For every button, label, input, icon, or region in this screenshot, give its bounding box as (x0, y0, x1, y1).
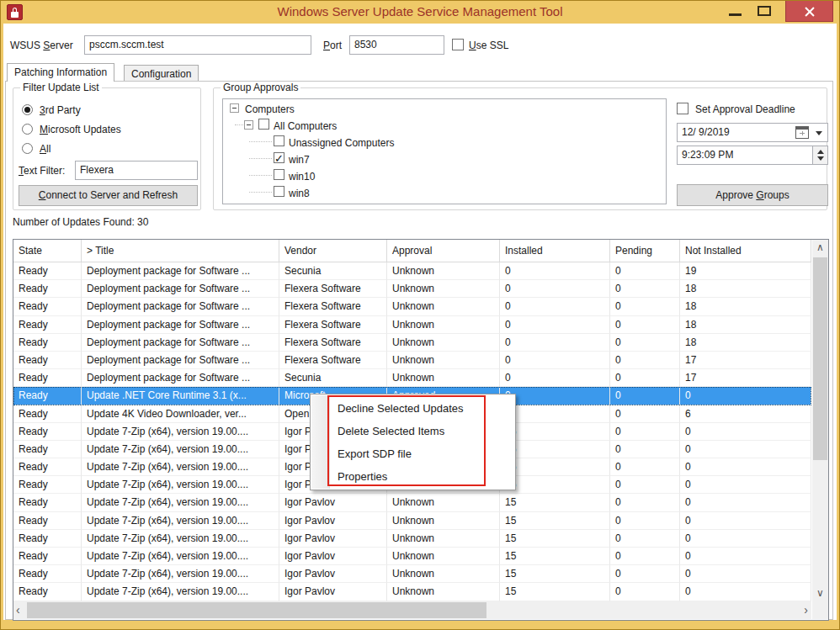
cell-not-installed: 19 (680, 262, 811, 280)
cell-state: Ready (13, 583, 82, 601)
spin-down-icon[interactable] (817, 156, 824, 161)
scroll-left-icon[interactable]: ‹ (16, 603, 20, 617)
cell-approval: Unknown (387, 334, 500, 352)
horizontal-scrollbar[interactable]: ‹ › (13, 601, 811, 619)
set-approval-deadline-checkbox[interactable] (677, 103, 688, 114)
tab-configuration[interactable]: Configuration (124, 65, 199, 82)
tree-expander-icon[interactable] (230, 103, 239, 113)
cell-pending: 0 (610, 423, 680, 441)
cell-not-installed: 18 (680, 334, 811, 352)
table-row[interactable]: Ready Update 7-Zip (x64), version 19.00.… (13, 494, 811, 511)
table-row[interactable]: Ready Update 7-Zip (x64), version 19.00.… (13, 548, 811, 565)
maximize-button[interactable] (752, 0, 776, 22)
approve-groups-button[interactable]: Approve Groups (677, 184, 828, 206)
vertical-scrollbar-thumb[interactable] (813, 257, 827, 460)
cell-title: Deployment package for Software ... (82, 369, 279, 387)
radio-microsoft-updates[interactable] (22, 124, 33, 135)
radio-all[interactable] (22, 143, 33, 154)
time-spinner[interactable] (812, 146, 827, 164)
vertical-scrollbar[interactable]: ∧ ∨ (812, 240, 828, 601)
col-header-approval[interactable]: Approval (387, 240, 500, 262)
horizontal-scrollbar-thumb[interactable] (27, 602, 486, 618)
cell-pending: 0 (610, 334, 680, 352)
cell-state: Ready (13, 387, 82, 405)
table-row[interactable]: Ready Deployment package for Software ..… (13, 298, 811, 315)
tree-node[interactable]: win10 (223, 167, 666, 183)
table-row[interactable]: Ready Update 7-Zip (x64), version 19.00.… (13, 583, 811, 601)
cell-pending: 0 (610, 565, 680, 583)
context-menu-item[interactable]: Export SDP file (311, 442, 515, 465)
scrollbar-corner (812, 601, 828, 619)
table-row[interactable]: Ready Update 7-Zip (x64), version 19.00.… (13, 530, 811, 548)
wsus-server-input[interactable]: psccm.sccm.test (84, 35, 311, 55)
context-menu-item[interactable]: Properties (311, 465, 515, 488)
scroll-up-icon[interactable]: ∧ (812, 241, 828, 253)
date-dropdown-icon[interactable] (816, 131, 822, 135)
scroll-down-icon[interactable]: ∨ (812, 587, 828, 599)
col-header-title[interactable]: > Title (82, 240, 279, 262)
cell-installed: 15 (500, 548, 610, 565)
tree-connector (249, 192, 272, 193)
col-header-state[interactable]: State (13, 240, 82, 262)
tree-node-checkbox[interactable] (274, 152, 284, 163)
col-header-pending[interactable]: Pending (610, 240, 680, 262)
table-row[interactable]: Ready Deployment package for Software ..… (13, 316, 811, 334)
tree-connector (249, 175, 272, 176)
use-ssl-checkbox[interactable] (452, 39, 464, 50)
tree-node[interactable]: win7 (223, 150, 666, 167)
tree-node-checkbox[interactable] (274, 135, 284, 146)
cell-state: Ready (13, 494, 82, 511)
table-row[interactable]: Ready Deployment package for Software ..… (13, 262, 811, 280)
cell-pending: 0 (610, 494, 680, 511)
context-menu-item[interactable]: Delete Selected Items (311, 420, 515, 442)
cell-installed: 15 (500, 494, 610, 511)
title-bar[interactable]: Windows Server Update Service Management… (0, 0, 840, 24)
cell-pending: 0 (610, 583, 680, 601)
radio-3rd-party[interactable] (22, 104, 33, 115)
cell-installed: 0 (500, 405, 610, 423)
text-filter-input[interactable]: Flexera (75, 161, 198, 180)
col-header-vendor[interactable]: Vendor (279, 240, 387, 262)
col-header-installed[interactable]: Installed (500, 240, 610, 262)
tree-node[interactable]: Computers (223, 99, 666, 116)
table-row[interactable]: Ready Deployment package for Software ..… (13, 369, 811, 387)
cell-title: Deployment package for Software ... (82, 316, 279, 334)
tree-expander-icon[interactable] (244, 120, 253, 130)
computers-tree[interactable]: Computers All Computers Unassigned C (222, 98, 667, 204)
cell-title: Update 7-Zip (x64), version 19.00.... (82, 441, 279, 458)
table-row[interactable]: Ready Update 7-Zip (x64), version 19.00.… (13, 565, 811, 583)
tab-patching-information[interactable]: Patching Information (7, 63, 114, 82)
table-row[interactable]: Ready Deployment package for Software ..… (13, 334, 811, 352)
tree-node[interactable]: All Computers (223, 116, 666, 133)
cell-state: Ready (13, 405, 82, 423)
cell-title: Update 7-Zip (x64), version 19.00.... (82, 476, 279, 494)
connect-refresh-button[interactable]: Connect to Server and Refresh (19, 185, 198, 206)
tree-node-checkbox[interactable] (274, 169, 284, 180)
port-input[interactable]: 8530 (349, 35, 444, 55)
cell-title: Update 7-Zip (x64), version 19.00.... (82, 423, 279, 441)
spin-up-icon[interactable] (817, 150, 824, 154)
scroll-right-icon[interactable]: › (804, 603, 808, 617)
deadline-date-picker[interactable]: 12/ 9/2019 (677, 123, 828, 142)
close-button[interactable] (785, 0, 833, 22)
tree-node-label: All Computers (274, 118, 337, 135)
cell-not-installed: 17 (680, 352, 811, 369)
minimize-button[interactable] (724, 0, 747, 22)
cell-approval: Unknown (387, 583, 500, 601)
table-row[interactable]: Ready Deployment package for Software ..… (13, 280, 811, 298)
deadline-time-picker[interactable]: 9:23:09 PM (677, 146, 828, 165)
table-row[interactable]: Ready Update 7-Zip (x64), version 19.00.… (13, 512, 811, 530)
tree-node-checkbox[interactable] (274, 186, 284, 197)
tree-node-checkbox[interactable] (258, 119, 269, 130)
table-row[interactable]: Ready Deployment package for Software ..… (13, 352, 811, 369)
tree-node[interactable]: win8 (223, 183, 666, 200)
col-header-not-installed[interactable]: Not Installed (680, 240, 811, 262)
context-menu-item[interactable]: Decline Selected Updates (311, 397, 515, 420)
text-filter-label: Text Filter: (19, 165, 65, 177)
cell-not-installed: 18 (680, 280, 811, 298)
cell-installed: 0 (500, 280, 610, 298)
cell-pending: 0 (610, 512, 680, 530)
tree-node[interactable]: Unassigned Computers (223, 133, 666, 150)
cell-title: Update 7-Zip (x64), version 19.00.... (82, 512, 279, 530)
cell-not-installed: 18 (680, 298, 811, 315)
